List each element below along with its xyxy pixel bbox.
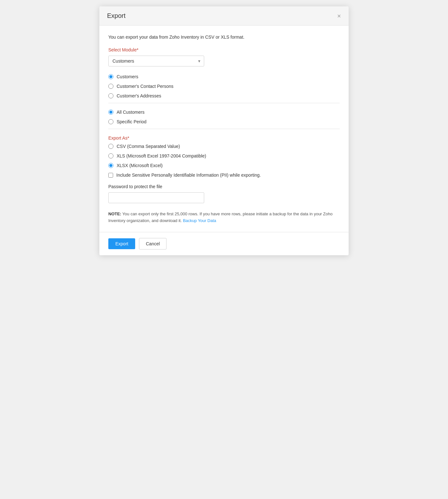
radio-addresses[interactable] bbox=[108, 93, 113, 98]
radio-item-xls[interactable]: XLS (Microsoft Excel 1997-2004 Compatibl… bbox=[108, 153, 340, 158]
note-body: You can export only the first 25,000 row… bbox=[108, 211, 333, 223]
password-label: Password to protect the file bbox=[108, 184, 340, 189]
radio-contact[interactable] bbox=[108, 84, 113, 89]
radio-item-contact[interactable]: Customer's Contact Persons bbox=[108, 84, 340, 89]
export-as-label: Export As* bbox=[108, 135, 340, 141]
modal-footer: Export Cancel bbox=[99, 232, 349, 255]
radio-csv-label: CSV (Comma Separated Value) bbox=[117, 144, 180, 149]
period-radio-group: All Customers Specific Period bbox=[108, 110, 340, 124]
pii-checkbox-item[interactable]: Include Sensitive Personally Identifiabl… bbox=[108, 173, 340, 178]
radio-xlsx-label: XLSX (Microsoft Excel) bbox=[117, 163, 163, 168]
radio-item-all[interactable]: All Customers bbox=[108, 110, 340, 115]
export-button[interactable]: Export bbox=[108, 238, 135, 249]
backup-link[interactable]: Backup Your Data bbox=[183, 218, 216, 223]
radio-specific-period[interactable] bbox=[108, 119, 113, 124]
radio-item-customers[interactable]: Customers bbox=[108, 74, 340, 79]
radio-item-csv[interactable]: CSV (Comma Separated Value) bbox=[108, 144, 340, 149]
radio-customers-label: Customers bbox=[117, 74, 138, 79]
radio-contact-label: Customer's Contact Persons bbox=[117, 84, 174, 89]
description-text: You can export your data from Zoho Inven… bbox=[108, 35, 340, 40]
radio-xls[interactable] bbox=[108, 153, 113, 158]
radio-csv[interactable] bbox=[108, 144, 113, 149]
radio-item-addresses[interactable]: Customer's Addresses bbox=[108, 93, 340, 98]
password-input[interactable] bbox=[108, 192, 204, 203]
export-as-section: Export As* CSV (Comma Separated Value) X… bbox=[108, 135, 340, 178]
module-select[interactable]: Customers Vendors Items Sales Orders Inv… bbox=[108, 56, 204, 66]
radio-addresses-label: Customer's Addresses bbox=[117, 93, 161, 98]
export-format-radio-group: CSV (Comma Separated Value) XLS (Microso… bbox=[108, 144, 340, 168]
radio-xls-label: XLS (Microsoft Excel 1997-2004 Compatibl… bbox=[117, 153, 206, 158]
radio-all-label: All Customers bbox=[117, 110, 144, 115]
cancel-button[interactable]: Cancel bbox=[139, 238, 166, 250]
modal-body: You can export your data from Zoho Inven… bbox=[99, 26, 349, 224]
close-button[interactable]: × bbox=[337, 13, 341, 19]
pii-checkbox[interactable] bbox=[108, 173, 113, 178]
radio-xlsx[interactable] bbox=[108, 163, 113, 168]
radio-item-xlsx[interactable]: XLSX (Microsoft Excel) bbox=[108, 163, 340, 168]
note-text: NOTE: You can export only the first 25,0… bbox=[108, 211, 340, 224]
radio-specific-label: Specific Period bbox=[117, 119, 146, 124]
select-module-section: Select Module* Customers Vendors Items S… bbox=[108, 47, 340, 73]
radio-item-specific[interactable]: Specific Period bbox=[108, 119, 340, 124]
note-prefix: NOTE: bbox=[108, 211, 121, 216]
divider-2 bbox=[108, 129, 340, 129]
divider-1 bbox=[108, 103, 340, 103]
radio-all-customers[interactable] bbox=[108, 110, 113, 115]
modal-header: Export × bbox=[99, 6, 349, 26]
pii-label: Include Sensitive Personally Identifiabl… bbox=[116, 173, 261, 178]
radio-customers[interactable] bbox=[108, 74, 113, 79]
password-section: Password to protect the file bbox=[108, 184, 340, 210]
export-modal: Export × You can export your data from Z… bbox=[99, 6, 349, 255]
module-select-wrapper[interactable]: Customers Vendors Items Sales Orders Inv… bbox=[108, 56, 204, 66]
modal-title: Export bbox=[107, 12, 126, 19]
select-module-label: Select Module* bbox=[108, 47, 340, 52]
module-radio-group: Customers Customer's Contact Persons Cus… bbox=[108, 74, 340, 98]
